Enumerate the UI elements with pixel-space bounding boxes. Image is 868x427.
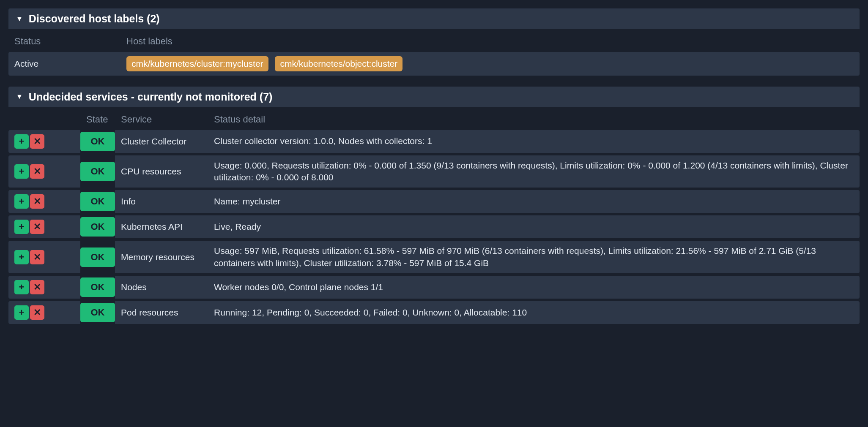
service-name[interactable]: Memory resources xyxy=(115,241,208,273)
state-cell: OK xyxy=(80,130,115,153)
status-cell: Active xyxy=(8,52,120,76)
add-service-button[interactable]: + xyxy=(14,250,29,264)
service-detail: Cluster collector version: 1.0.0, Nodes … xyxy=(208,130,860,153)
service-row: +✕OKMemory resourcesUsage: 597 MiB, Requ… xyxy=(8,241,860,273)
service-name[interactable]: Info xyxy=(115,190,208,213)
service-name[interactable]: Nodes xyxy=(115,276,208,299)
actions-cell: +✕ xyxy=(8,130,80,153)
service-name[interactable]: Kubernetes API xyxy=(115,215,208,238)
actions-cell: +✕ xyxy=(8,301,80,324)
undecided-services-section: ▼ Undecided services - currently not mon… xyxy=(0,87,868,326)
service-detail: Live, Ready xyxy=(208,215,860,238)
remove-service-button[interactable]: ✕ xyxy=(30,220,44,234)
state-badge: OK xyxy=(80,247,115,267)
remove-service-button[interactable]: ✕ xyxy=(30,280,44,294)
state-cell: OK xyxy=(80,276,115,299)
actions-cell: +✕ xyxy=(8,276,80,299)
caret-down-icon: ▼ xyxy=(16,15,23,23)
host-labels-section: ▼ Discovered host labels (2) Status Host… xyxy=(0,8,868,78)
state-badge: OK xyxy=(80,277,115,297)
remove-service-button[interactable]: ✕ xyxy=(30,164,44,179)
col-status: Status xyxy=(8,32,120,49)
add-service-button[interactable]: + xyxy=(14,280,29,294)
service-detail: Worker nodes 0/0, Control plane nodes 1/… xyxy=(208,276,860,299)
state-badge: OK xyxy=(80,192,115,211)
service-row: +✕OKPod resourcesRunning: 12, Pending: 0… xyxy=(8,301,860,324)
service-row: +✕OKCPU resourcesUsage: 0.000, Requests … xyxy=(8,155,860,188)
col-detail: Status detail xyxy=(208,110,860,128)
state-cell: OK xyxy=(80,190,115,213)
state-badge: OK xyxy=(80,132,115,151)
col-actions xyxy=(8,110,80,128)
service-row: +✕OKInfoName: mycluster xyxy=(8,190,860,213)
add-service-button[interactable]: + xyxy=(14,305,29,320)
remove-service-button[interactable]: ✕ xyxy=(30,305,44,320)
undecided-title: Undecided services - currently not monit… xyxy=(29,91,273,103)
service-row: +✕OKKubernetes APILive, Ready xyxy=(8,215,860,238)
service-row: +✕OKNodesWorker nodes 0/0, Control plane… xyxy=(8,276,860,299)
service-name[interactable]: CPU resources xyxy=(115,155,208,188)
state-cell: OK xyxy=(80,241,115,273)
actions-cell: +✕ xyxy=(8,190,80,213)
state-badge: OK xyxy=(80,217,115,237)
host-labels-title: Discovered host labels (2) xyxy=(29,13,160,25)
state-cell: OK xyxy=(80,215,115,238)
actions-cell: +✕ xyxy=(8,241,80,273)
state-badge: OK xyxy=(80,162,115,181)
add-service-button[interactable]: + xyxy=(14,220,29,234)
host-labels-table: Status Host labels Active cmk/kubernetes… xyxy=(8,29,860,78)
state-cell: OK xyxy=(80,155,115,188)
actions-cell: +✕ xyxy=(8,215,80,238)
host-labels-row: Active cmk/kubernetes/cluster:mycluster … xyxy=(8,52,860,76)
add-service-button[interactable]: + xyxy=(14,164,29,179)
host-labels-header[interactable]: ▼ Discovered host labels (2) xyxy=(8,8,860,29)
remove-service-button[interactable]: ✕ xyxy=(30,134,44,149)
actions-cell: +✕ xyxy=(8,155,80,188)
remove-service-button[interactable]: ✕ xyxy=(30,250,44,264)
undecided-header[interactable]: ▼ Undecided services - currently not mon… xyxy=(8,87,860,107)
col-state: State xyxy=(80,110,115,128)
undecided-services-table: State Service Status detail +✕OKCluster … xyxy=(8,107,860,326)
state-cell: OK xyxy=(80,301,115,324)
state-badge: OK xyxy=(80,303,115,322)
service-detail: Usage: 597 MiB, Requests utilization: 61… xyxy=(208,241,860,273)
add-service-button[interactable]: + xyxy=(14,134,29,149)
service-detail: Name: mycluster xyxy=(208,190,860,213)
host-label-tag[interactable]: cmk/kubernetes/cluster:mycluster xyxy=(126,56,268,71)
col-host-labels: Host labels xyxy=(120,32,860,49)
remove-service-button[interactable]: ✕ xyxy=(30,194,44,209)
col-service: Service xyxy=(115,110,208,128)
host-label-tag[interactable]: cmk/kubernetes/object:cluster xyxy=(275,56,403,71)
service-name[interactable]: Pod resources xyxy=(115,301,208,324)
caret-down-icon: ▼ xyxy=(16,93,23,101)
service-detail: Running: 12, Pending: 0, Succeeded: 0, F… xyxy=(208,301,860,324)
service-name[interactable]: Cluster Collector xyxy=(115,130,208,153)
labels-cell: cmk/kubernetes/cluster:mycluster cmk/kub… xyxy=(120,52,860,76)
add-service-button[interactable]: + xyxy=(14,194,29,209)
service-detail: Usage: 0.000, Requests utilization: 0% -… xyxy=(208,155,860,188)
service-row: +✕OKCluster CollectorCluster collector v… xyxy=(8,130,860,153)
